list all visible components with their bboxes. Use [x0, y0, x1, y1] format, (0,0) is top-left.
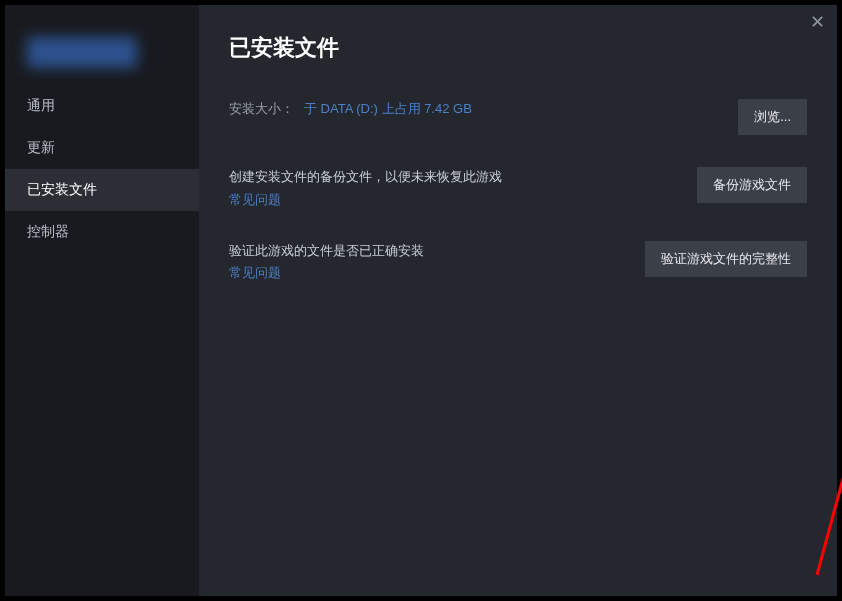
browse-button[interactable]: 浏览... — [738, 99, 807, 135]
install-size-row: 安装大小：于 DATA (D:) 上占用 7.42 GB 浏览... — [229, 99, 807, 135]
sidebar-item-controller[interactable]: 控制器 — [5, 211, 199, 253]
annotation-arrow — [617, 255, 842, 575]
sidebar-item-updates[interactable]: 更新 — [5, 127, 199, 169]
app-title-blurred — [27, 37, 137, 68]
install-size-value: 于 DATA (D:) 上占用 7.42 GB — [304, 101, 472, 116]
backup-desc: 创建安装文件的备份文件，以便未来恢复此游戏 — [229, 167, 677, 187]
close-icon[interactable]: ✕ — [810, 13, 825, 31]
properties-window: 通用 更新 已安装文件 控制器 ✕ 已安装文件 安装大小：于 DATA (D:)… — [5, 5, 837, 596]
verify-desc: 验证此游戏的文件是否已正确安装 — [229, 241, 625, 261]
verify-button[interactable]: 验证游戏文件的完整性 — [645, 241, 807, 277]
sidebar-item-installed-files[interactable]: 已安装文件 — [5, 169, 199, 211]
svg-line-1 — [817, 260, 842, 575]
verify-faq-link[interactable]: 常见问题 — [229, 264, 625, 282]
backup-faq-link[interactable]: 常见问题 — [229, 191, 677, 209]
sidebar-item-general[interactable]: 通用 — [5, 85, 199, 127]
app-title-area — [5, 23, 199, 85]
page-title: 已安装文件 — [229, 33, 807, 63]
install-size-label: 安装大小： — [229, 100, 294, 118]
backup-row: 创建安装文件的备份文件，以便未来恢复此游戏 常见问题 备份游戏文件 — [229, 167, 807, 209]
main-panel: ✕ 已安装文件 安装大小：于 DATA (D:) 上占用 7.42 GB 浏览.… — [199, 5, 837, 596]
backup-button[interactable]: 备份游戏文件 — [697, 167, 807, 203]
sidebar: 通用 更新 已安装文件 控制器 — [5, 5, 199, 596]
verify-row: 验证此游戏的文件是否已正确安装 常见问题 验证游戏文件的完整性 — [229, 241, 807, 283]
